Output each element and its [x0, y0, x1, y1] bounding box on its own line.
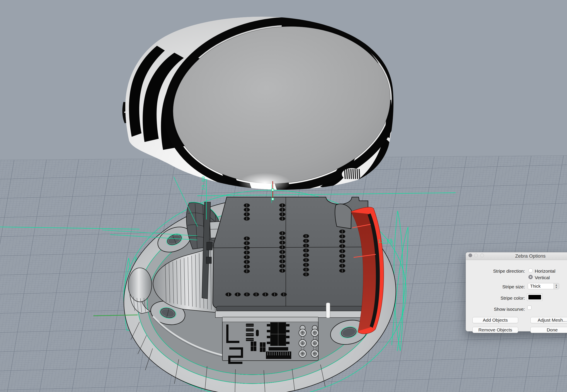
remove-objects-button[interactable]: Remove Objects — [472, 327, 518, 333]
control-point[interactable] — [272, 189, 274, 191]
stripe-size-select[interactable]: Thick ▲▼ — [528, 283, 559, 289]
stripe-color-label: Stripe color: — [466, 295, 525, 301]
control-point[interactable] — [272, 198, 274, 200]
fine-stripe-patch — [342, 168, 362, 180]
dimension-label-12: 12.00 — [378, 238, 393, 244]
done-button[interactable]: Done — [530, 327, 567, 333]
horizontal-radio-label: Horizontal — [535, 268, 555, 274]
stripe-color-swatch — [528, 295, 541, 299]
dialog-title: Zebra Options — [466, 252, 567, 260]
stripe-direction-label: Stripe direction: — [466, 268, 525, 274]
stripe-size-value: Thick — [530, 283, 541, 289]
stripe-color-well[interactable] — [527, 294, 542, 301]
zebra-options-dialog: Zebra Options Stripe direction: Horizont… — [466, 252, 567, 332]
zebra-dome[interactable] — [122, 8, 405, 202]
adjust-mesh-button[interactable]: Adjust Mesh... — [530, 317, 567, 323]
bumper-base — [335, 204, 351, 229]
dimension-label-19: 19.00 — [201, 176, 206, 190]
white-rod — [326, 303, 330, 318]
device-base-model[interactable] — [93, 177, 404, 392]
show-isocurve-label: Show isocurve: — [466, 307, 525, 312]
horizontal-radio[interactable] — [528, 268, 533, 273]
vertical-radio[interactable] — [528, 275, 533, 279]
stripe-size-label: Stripe size: — [466, 284, 525, 289]
viewport-3d[interactable] — [0, 0, 567, 392]
dialog-titlebar[interactable]: Zebra Options — [466, 252, 567, 260]
stepper-icon[interactable]: ▲▼ — [553, 283, 559, 289]
vertical-radio-label: Vertical — [535, 275, 550, 280]
add-objects-button[interactable]: Add Objects — [472, 317, 518, 323]
show-isocurve-checkbox[interactable] — [527, 306, 531, 310]
